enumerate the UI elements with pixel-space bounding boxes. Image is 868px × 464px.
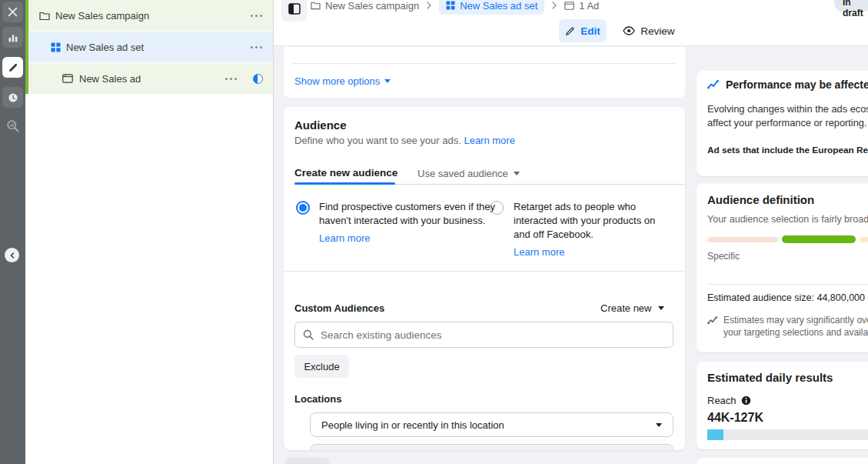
tree-adset-label: New Sales ad set [66,42,144,53]
chevron-right-icon [427,2,431,9]
audience-section-subtitle: Define who you want to see your ads. Lea… [294,135,515,146]
exclude-button[interactable]: Exclude [294,355,349,378]
top-header: New Sales campaign New Sales ad set 1 Ad [274,0,868,46]
status-badge: In draft [834,0,868,12]
close-button[interactable] [2,2,23,22]
location-search-field-partial[interactable] [310,444,673,450]
adset-grid-icon [51,42,61,52]
estimated-audience-size: Estimated audience size: 44,800,000 - 52… [707,292,868,303]
chevron-left-icon [9,252,15,259]
chevron-right-icon [552,2,557,9]
reach-label: Reach [707,395,737,406]
edit-button-label: Edit [580,25,600,37]
audience-search-field[interactable] [294,322,673,348]
reach-bar [707,429,868,440]
search-existing-audiences-input[interactable] [321,329,665,341]
tree-campaign-label: New Sales campaign [55,10,149,22]
magnifier-chart-icon [6,119,20,133]
toggle-panel-icon [288,3,301,15]
review-button-label: Review [640,25,674,37]
breadcrumb-campaign[interactable]: New Sales campaign [311,0,419,12]
bottom-bar-button-partial[interactable] [285,458,329,464]
search-icon [303,329,314,340]
option-prospective-description: Find prospective customers even if they … [319,200,505,228]
performance-warning-card: Performance may be affected Evolving cha… [697,71,868,176]
estimates-note-line1: Estimates may vary significantly over ti… [723,314,868,326]
performance-body-line1: Evolving changes within the ads ecosyste… [707,102,868,116]
next-card-partial [697,458,868,464]
caret-down-icon [514,172,520,175]
collapse-panel-button[interactable] [5,248,19,262]
reporting-button[interactable] [2,27,23,48]
campaign-color-strip [25,0,28,94]
gauge-segment-broad [860,237,868,242]
clock-icon [8,92,18,103]
tree-row-campaign[interactable]: New Sales campaign [28,0,273,31]
tree-row-adset[interactable]: New Sales ad set [28,32,273,62]
option-prospective-text-block: Find prospective customers even if they … [319,200,505,245]
breadcrumb-ad[interactable]: 1 Ad [564,0,599,12]
tab-use-saved-audience[interactable]: Use saved audience [417,168,520,179]
gauge-segment-specific [707,237,778,242]
breadcrumb: New Sales campaign New Sales ad set 1 Ad [311,0,599,14]
radio-selected-icon [296,201,310,215]
toggle-sidebar-button[interactable] [281,0,307,22]
tab-create-new-audience[interactable]: Create new audience [294,167,397,179]
audience-subtitle-text: Define who you want to see your ads. [294,135,461,146]
pencil-icon [8,62,18,73]
adset-more-menu[interactable] [251,46,262,48]
estimates-note: Estimates may vary significantly over ti… [707,314,868,339]
trend-zigzag-icon [707,79,720,90]
edit-button[interactable]: Edit [559,19,607,42]
location-type-dropdown[interactable]: People living in or recently in this loc… [310,412,673,437]
campaign-more-menu[interactable] [251,15,262,17]
breadcrumb-adset-label: New Sales ad set [460,0,537,12]
breadcrumb-campaign-label: New Sales campaign [325,0,419,12]
daily-results-title: Estimated daily results [707,371,833,384]
tab-use-saved-audience-label: Use saved audience [417,168,508,179]
pencil-icon [565,26,575,36]
audience-section-title: Audience [294,119,347,132]
more-options-card: Show more options [284,47,685,98]
breadcrumb-adset-active[interactable]: New Sales ad set [439,0,544,15]
radio-unselected-icon [490,201,504,215]
option-prospective-learn-more[interactable]: Learn more [319,232,505,245]
custom-audiences-label: Custom Audiences [294,302,384,314]
option-retarget-text-block: Retarget ads to people who interacted wi… [514,200,672,259]
caret-down-icon [384,79,391,83]
tree-row-ad[interactable]: New Sales ad [28,63,273,94]
eye-icon [623,26,635,35]
edit-mode-button[interactable] [2,57,23,78]
campaign-tree-panel: New Sales campaign New Sales ad set New … [25,0,274,464]
locations-label: Locations [294,393,341,405]
inspect-button[interactable] [5,118,22,135]
ad-more-menu[interactable] [225,78,237,80]
show-more-options-label: Show more options [294,75,380,87]
info-icon[interactable] [741,396,751,406]
performance-body-line2: affect your performance or reporting. [707,116,868,130]
estimates-note-line2: your targeting selections and available … [723,326,868,339]
breadcrumb-ad-label: 1 Ad [579,0,599,12]
option-retarget-learn-more[interactable]: Learn more [514,245,672,259]
audience-definition-title: Audience definition [707,193,814,206]
radio-retarget-ads[interactable] [490,201,504,215]
create-new-audience-dropdown[interactable]: Create new [600,302,664,314]
ad-frame-icon [62,74,73,83]
ad-status-half-circle-icon[interactable] [253,74,263,84]
exclude-button-label: Exclude [304,361,339,372]
caret-down-icon [656,423,662,427]
show-more-options-link[interactable]: Show more options [294,75,391,87]
reach-bar-fill [707,429,723,440]
audience-learn-more-link[interactable]: Learn more [464,135,514,146]
performance-card-title: Performance may be affected [726,78,868,91]
history-button[interactable] [2,87,23,108]
reach-value: 44K-127K [707,411,763,425]
audience-definition-card: Audience definition Your audience select… [697,183,868,352]
audience-definition-subtitle: Your audience selection is fairly broad. [707,214,868,225]
location-type-value: People living in or recently in this loc… [321,419,656,431]
folder-icon [39,11,50,21]
gauge-specific-label: Specific [707,251,740,262]
radio-prospective-customers[interactable] [296,201,310,215]
tree-ad-label: New Sales ad [79,73,141,85]
review-button[interactable]: Review [618,19,680,42]
